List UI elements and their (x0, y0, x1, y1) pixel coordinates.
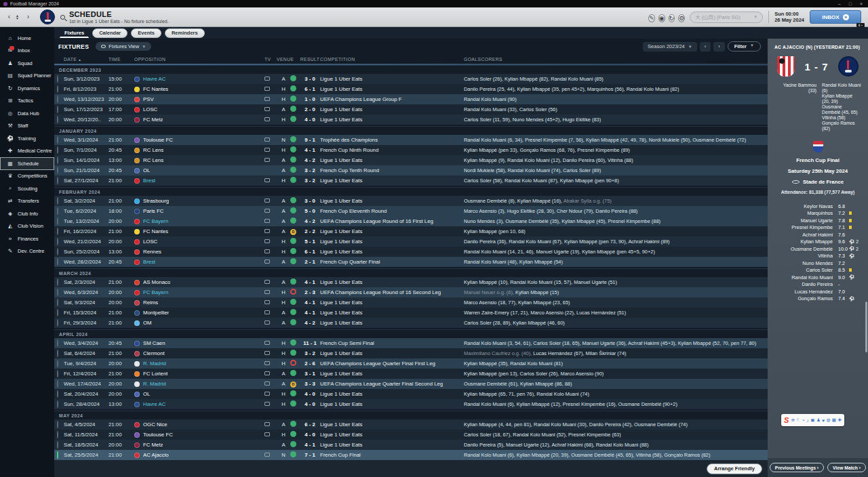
sidebar-item-dynamics[interactable]: ↻Dynamics (0, 82, 54, 95)
fixture-row[interactable]: Fri, 16/2/202421:00FC NantesAD2 - 2Ligue… (54, 226, 768, 236)
sidebar-item-tactics[interactable]: ⊞Tactics (0, 95, 54, 108)
player-rating-row[interactable]: Carlos Soler8.5 (768, 267, 868, 274)
overlay-icon-1[interactable]: ⊕ (791, 417, 795, 423)
row-expander-icon[interactable] (57, 146, 58, 154)
fixture-opposition[interactable]: RC Lens (134, 157, 264, 163)
fixture-row[interactable]: Wed, 3/4/202420:45SM CaenH11 - 1French C… (54, 338, 768, 348)
sidebar-item-staff[interactable]: ⚒Staff (0, 120, 54, 133)
sidebar-item-club-info[interactable]: ◈Club Info (0, 207, 54, 220)
sidebar-item-schedule[interactable]: ▦Schedule (0, 157, 54, 170)
row-expander-icon[interactable] (57, 85, 58, 93)
overlay-icon-5[interactable]: ▣ (810, 417, 814, 423)
fixture-row[interactable]: Sat, 11/5/202421:00Toulouse FCH4 - 0Ligu… (54, 430, 768, 440)
fixture-row[interactable]: Sun, 7/1/202420:45RC LensH4 - 1French Cu… (54, 145, 768, 155)
fixture-row[interactable]: Wed, 17/4/202420:00R. MadridAD3 - 3UEFA … (54, 379, 768, 389)
fixture-row[interactable]: Fri, 15/3/202421:00MontpellierA4 - 1Ligu… (54, 308, 768, 318)
sidebar-item-data-hub[interactable]: ◎Data Hub (0, 107, 54, 120)
overlay-icon-3[interactable]: ⌁ (802, 417, 805, 423)
minimize-button[interactable]: – (838, 1, 841, 6)
fixture-row[interactable]: Wed, 21/2/202420:00LOSCH5 - 1Ligue 1 Ube… (54, 236, 768, 247)
row-expander-icon[interactable] (57, 248, 58, 255)
fixture-opposition[interactable]: Toulouse FC (134, 432, 264, 438)
row-expander-icon[interactable] (57, 157, 58, 164)
row-expander-icon[interactable] (57, 431, 58, 438)
fixture-row[interactable]: Sat, 27/1/202421:00BrestH3 - 2Ligue 1 Ub… (54, 175, 768, 186)
fixture-opposition[interactable]: AC Ajaccio (134, 452, 264, 458)
player-rating-row[interactable]: Manuel Ugarte7.8 (768, 217, 868, 224)
row-expander-icon[interactable] (57, 289, 58, 296)
fixture-opposition[interactable]: Toulouse FC (134, 137, 264, 143)
row-expander-icon[interactable] (57, 278, 58, 286)
row-expander-icon[interactable] (57, 106, 58, 113)
row-expander-icon[interactable] (57, 441, 58, 449)
player-rating-row[interactable]: Ousmane Dembélé10.0⚽2 (768, 245, 868, 253)
fixture-row[interactable]: Sat, 3/2/202421:00StrasbourgA3 - 0Ligue … (54, 196, 768, 206)
row-expander-icon[interactable] (57, 238, 58, 245)
search-icon[interactable] (60, 15, 65, 20)
fixture-row[interactable]: Wed, 28/2/202420:45BrestA2 - 1French Cup… (54, 257, 768, 267)
manager-select[interactable]: 大 (山田) (Paris SG)▼ (690, 12, 763, 23)
overlay-icon-4[interactable]: ♪ (807, 418, 809, 423)
fixture-opposition[interactable]: R. Madrid (134, 360, 264, 367)
fixture-row[interactable]: Sat, 6/4/202421:00ClermontH3 - 2Ligue 1 … (54, 348, 768, 358)
row-expander-icon[interactable] (57, 217, 58, 225)
row-expander-icon[interactable] (57, 258, 58, 266)
fixture-row[interactable]: Sun, 25/2/202413:00RennesH6 - 1Ligue 1 U… (54, 247, 768, 257)
maximize-button[interactable]: □ (849, 1, 852, 6)
row-expander-icon[interactable] (57, 400, 58, 408)
fixture-opposition[interactable]: FC Nantes (134, 86, 264, 92)
fixture-opposition[interactable]: FC Bayern (134, 218, 264, 224)
fixture-opposition[interactable]: OL (134, 167, 264, 173)
sidebar-item-squad[interactable]: ♟Squad (0, 57, 54, 70)
row-expander-icon[interactable] (57, 319, 58, 327)
sidebar-item-squad-planner[interactable]: ▤Squad Planner (0, 70, 54, 83)
fixture-opposition[interactable]: OGC Nice (134, 421, 264, 428)
row-expander-icon[interactable] (57, 299, 58, 306)
row-expander-icon[interactable] (57, 177, 58, 184)
fixture-opposition[interactable]: OL (134, 391, 264, 397)
fixture-row[interactable]: Tue, 13/2/202420:00FC BayernA4 - 2UEFA C… (54, 216, 768, 226)
sync-icon[interactable]: ↻ (669, 14, 675, 22)
fixture-row[interactable]: Tue, 6/2/202418:00Paris FCA5 - 0French C… (54, 206, 768, 216)
row-expander-icon[interactable] (57, 390, 58, 398)
fixture-opposition[interactable]: Montpellier (134, 310, 264, 316)
sidebar-item-inbox[interactable]: ✉Inbox (0, 45, 54, 58)
view-match-button[interactable]: View Match › (827, 463, 866, 472)
season-next-button[interactable]: › (713, 42, 725, 51)
player-rating-row[interactable]: Nuno Mendes7.2 (768, 260, 868, 267)
fixture-row[interactable]: Sat, 20/4/202420:00OLH4 - 0Ligue 1 Uber … (54, 389, 768, 399)
fixture-opposition[interactable]: FC Bayern (134, 289, 264, 295)
psg-club-crest[interactable] (40, 9, 55, 24)
tab-fixtures[interactable]: Fixtures (60, 28, 89, 38)
player-rating-row[interactable]: Lucas Hernández7.0 (768, 288, 868, 295)
fixture-row[interactable]: Fri, 12/4/202421:00FC LorientA3 - 1Ligue… (54, 369, 768, 379)
fixture-row[interactable]: Sat, 9/3/202420:00ReimsH4 - 1Ligue 1 Ube… (54, 297, 768, 308)
fixture-row[interactable]: Sat, 4/5/202421:00OGC NiceA6 - 2Ligue 1 … (54, 419, 768, 430)
panel-scrollbar[interactable] (865, 302, 867, 352)
player-rating-row[interactable]: Keylor Navas6.8 (768, 203, 868, 210)
fixture-opposition[interactable]: RC Lens (134, 147, 264, 153)
row-expander-icon[interactable] (57, 207, 58, 215)
assistant-icon[interactable]: ◉ (658, 14, 665, 22)
sidebar-item-finances[interactable]: ¤Finances (0, 232, 54, 245)
tab-events[interactable]: Events (131, 28, 161, 38)
row-expander-icon[interactable] (57, 370, 58, 377)
close-button[interactable]: × (860, 1, 863, 6)
season-prev-button[interactable]: ‹ (700, 42, 711, 51)
overlay-icon-8[interactable]: ◍ (827, 417, 831, 423)
fixture-row[interactable]: Sun, 28/4/202413:00Havre ACH4 - 0Ligue 1… (54, 399, 768, 409)
player-rating-row[interactable]: Randal Kolo Muani9.0⚽ (768, 274, 868, 281)
fixture-opposition[interactable]: Paris FC (134, 208, 264, 214)
previous-meetings-button[interactable]: Previous Meetings › (770, 463, 824, 472)
sidebar-item-medical-centre[interactable]: ✚Medical Centre (0, 145, 54, 158)
row-expander-icon[interactable] (57, 309, 58, 316)
fixture-row[interactable]: Wed, 20/12/20..20:00FC MetzH4 - 0Ligue 1… (54, 115, 768, 125)
row-expander-icon[interactable] (57, 136, 58, 144)
fixture-opposition[interactable]: R. Madrid (134, 381, 264, 387)
sidebar-item-competitions[interactable]: ♛Competitions (0, 170, 54, 183)
fixture-row[interactable]: Sat, 25/5/202421:00AC AjaccioN7 - 1Frenc… (54, 450, 768, 460)
fixture-opposition[interactable]: PSV (134, 96, 264, 102)
fixture-opposition[interactable]: FC Lorient (134, 371, 264, 377)
fixture-row[interactable]: Fri, 29/3/202421:00OMA4 - 2Ligue 1 Uber … (54, 318, 768, 328)
fixture-opposition[interactable]: OM (134, 320, 264, 326)
